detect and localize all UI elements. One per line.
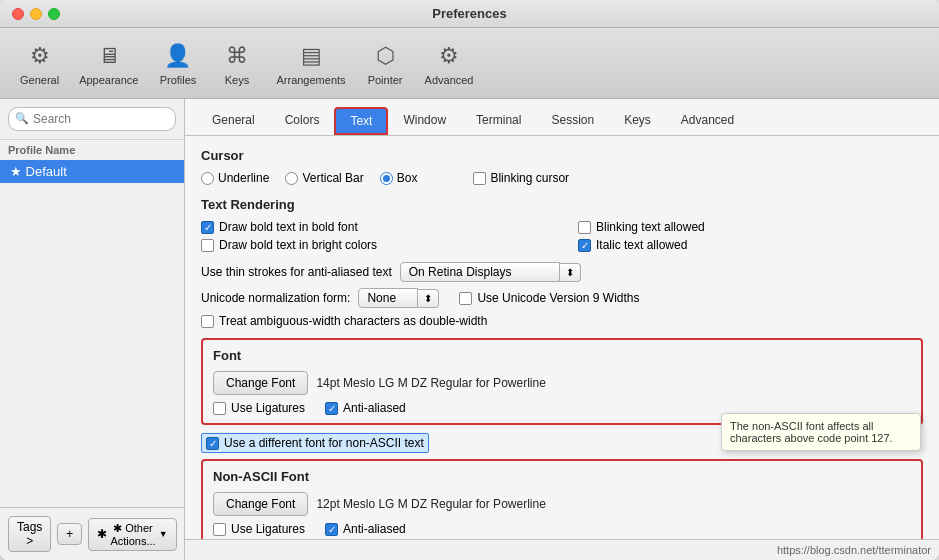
bold-bright-checkbox[interactable]	[201, 239, 214, 252]
anti-aliased-checkbox[interactable]: ✓	[325, 402, 338, 415]
tab-text[interactable]: Text	[334, 107, 388, 135]
tab-advanced[interactable]: Advanced	[666, 107, 749, 135]
tags-button[interactable]: Tags >	[8, 516, 51, 552]
text-rendering-section: Text Rendering ✓ Draw bold text in bold …	[201, 197, 923, 328]
close-button[interactable]	[12, 8, 24, 20]
blinking-text-checkbox[interactable]	[578, 221, 591, 234]
tab-terminal[interactable]: Terminal	[461, 107, 536, 135]
general-icon: ⚙	[24, 40, 56, 72]
tab-general[interactable]: General	[197, 107, 270, 135]
blinking-cursor-checkbox[interactable]	[473, 172, 486, 185]
italic-text-option[interactable]: ✓ Italic text allowed	[578, 238, 923, 252]
toolbar: ⚙ General 🖥 Appearance 👤 Profiles ⌘ Keys…	[0, 28, 939, 99]
add-profile-button[interactable]: +	[57, 523, 82, 545]
appearance-icon: 🖥	[93, 40, 125, 72]
chevron-down-icon: ▼	[159, 529, 168, 539]
change-font-button[interactable]: Change Font	[213, 371, 308, 395]
toolbar-keys[interactable]: ⌘ Keys	[209, 36, 264, 90]
preferences-window: Preferences ⚙ General 🖥 Appearance 👤 Pro…	[0, 0, 939, 560]
blinking-text-option[interactable]: Blinking text allowed	[578, 220, 923, 234]
tab-session[interactable]: Session	[536, 107, 609, 135]
blinking-cursor-option[interactable]: Blinking cursor	[473, 171, 569, 185]
vertical-bar-radio[interactable]	[285, 172, 298, 185]
cursor-vertical-bar[interactable]: Vertical Bar	[285, 171, 363, 185]
maximize-button[interactable]	[48, 8, 60, 20]
thin-strokes-label: Use thin strokes for anti-aliased text	[201, 265, 392, 279]
url-text: https://blog.csdn.net/tterminator	[777, 544, 931, 556]
toolbar-advanced[interactable]: ⚙ Advanced	[417, 36, 482, 90]
sidebar: 🔍 Profile Name ★ Default Tags > + ✱ ✱ Ot…	[0, 99, 185, 560]
cursor-section: Cursor Underline Vertical Bar Box	[201, 148, 923, 185]
traffic-lights	[12, 8, 60, 20]
bold-bright-option[interactable]: Draw bold text in bright colors	[201, 238, 546, 252]
ambiguous-option[interactable]: Treat ambiguous-width characters as doub…	[201, 314, 923, 328]
window-title: Preferences	[432, 6, 506, 21]
use-diff-font-label: Use a different font for non-ASCII text	[224, 436, 424, 450]
tab-keys[interactable]: Keys	[609, 107, 666, 135]
tooltip: The non-ASCII font affects all character…	[721, 413, 921, 451]
bold-font-label: Draw bold text in bold font	[219, 220, 358, 234]
profiles-icon: 👤	[162, 40, 194, 72]
minimize-button[interactable]	[30, 8, 42, 20]
italic-text-label: Italic text allowed	[596, 238, 687, 252]
cursor-title: Cursor	[201, 148, 923, 163]
non-ascii-options-row: Use Ligatures ✓ Anti-aliased	[213, 522, 911, 536]
profiles-label: Profiles	[160, 74, 197, 86]
unicode-v9-option[interactable]: Use Unicode Version 9 Widths	[459, 291, 639, 305]
unicode-arrow[interactable]: ⬍	[418, 289, 439, 308]
toolbar-appearance[interactable]: 🖥 Appearance	[71, 36, 146, 90]
non-ascii-change-font-button[interactable]: Change Font	[213, 492, 308, 516]
other-actions-button[interactable]: ✱ ✱ Other Actions... ▼	[88, 518, 176, 551]
unicode-v9-checkbox[interactable]	[459, 292, 472, 305]
tab-colors[interactable]: Colors	[270, 107, 335, 135]
non-ascii-ligatures-checkbox[interactable]	[213, 523, 226, 536]
non-ascii-ligatures-option[interactable]: Use Ligatures	[213, 522, 305, 536]
underline-radio[interactable]	[201, 172, 214, 185]
non-ascii-title: Non-ASCII Font	[213, 469, 911, 484]
bold-font-checkbox[interactable]: ✓	[201, 221, 214, 234]
bold-font-option[interactable]: ✓ Draw bold text in bold font	[201, 220, 546, 234]
toolbar-general[interactable]: ⚙ General	[12, 36, 67, 90]
sidebar-bottom: Tags > + ✱ ✱ Other Actions... ▼	[0, 507, 184, 560]
non-ascii-section: The non-ASCII font affects all character…	[201, 459, 923, 539]
use-diff-font-option[interactable]: ✓ Use a different font for non-ASCII tex…	[201, 433, 429, 453]
search-wrapper: 🔍	[8, 107, 176, 131]
font-section-title: Font	[213, 348, 911, 363]
keys-icon: ⌘	[221, 40, 253, 72]
use-ligatures-checkbox[interactable]	[213, 402, 226, 415]
use-diff-font-checkbox[interactable]: ✓	[206, 437, 219, 450]
cursor-box[interactable]: Box	[380, 171, 418, 185]
vertical-bar-label: Vertical Bar	[302, 171, 363, 185]
box-radio[interactable]	[380, 172, 393, 185]
use-ligatures-option[interactable]: Use Ligatures	[213, 401, 305, 415]
bold-bright-label: Draw bold text in bright colors	[219, 238, 377, 252]
anti-aliased-label: Anti-aliased	[343, 401, 406, 415]
blinking-text-label: Blinking text allowed	[596, 220, 705, 234]
search-icon: 🔍	[15, 112, 29, 125]
unicode-value[interactable]: None	[358, 288, 418, 308]
keys-label: Keys	[225, 74, 249, 86]
tabs-bar: General Colors Text Window Terminal Sess…	[185, 99, 939, 136]
non-ascii-anti-aliased-checkbox[interactable]: ✓	[325, 523, 338, 536]
thin-strokes-arrow[interactable]: ⬍	[560, 263, 581, 282]
profile-item-label: ★ Default	[10, 164, 67, 179]
toolbar-profiles[interactable]: 👤 Profiles	[150, 36, 205, 90]
thin-strokes-value[interactable]: On Retina Displays	[400, 262, 560, 282]
thin-strokes-select-wrapper: On Retina Displays ⬍	[400, 262, 581, 282]
arrangements-label: Arrangements	[276, 74, 345, 86]
toolbar-arrangements[interactable]: ▤ Arrangements	[268, 36, 353, 90]
text-rendering-cols: ✓ Draw bold text in bold font Draw bold …	[201, 220, 923, 256]
italic-text-checkbox[interactable]: ✓	[578, 239, 591, 252]
underline-label: Underline	[218, 171, 269, 185]
tab-window[interactable]: Window	[388, 107, 461, 135]
ambiguous-checkbox[interactable]	[201, 315, 214, 328]
cursor-underline[interactable]: Underline	[201, 171, 269, 185]
non-ascii-anti-aliased-option[interactable]: ✓ Anti-aliased	[325, 522, 406, 536]
arrangements-icon: ▤	[295, 40, 327, 72]
anti-aliased-option[interactable]: ✓ Anti-aliased	[325, 401, 406, 415]
pointer-icon: ⬡	[369, 40, 401, 72]
profile-item-default[interactable]: ★ Default	[0, 160, 184, 183]
toolbar-pointer[interactable]: ⬡ Pointer	[358, 36, 413, 90]
search-input[interactable]	[8, 107, 176, 131]
url-bar: https://blog.csdn.net/tterminator	[185, 539, 939, 560]
